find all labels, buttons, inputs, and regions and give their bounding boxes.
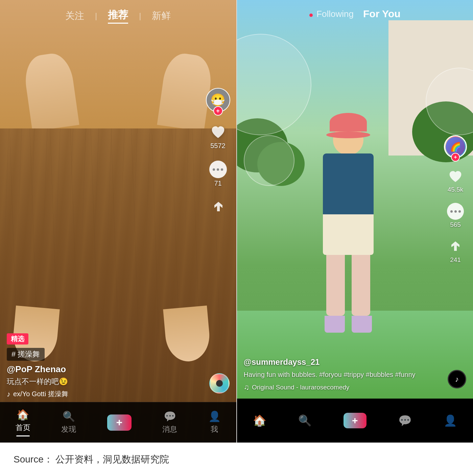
person-boot-left [325, 316, 345, 333]
description-right: Having fun with bubbles. #foryou #trippy… [244, 370, 443, 380]
dots-inner [213, 168, 223, 171]
share-icon-left [209, 198, 227, 216]
nav-divider-2: | [139, 11, 141, 21]
nav-tuijian[interactable]: 推荐 [108, 8, 128, 24]
plus-button-left[interactable]: + [107, 414, 132, 431]
tab-profile-right[interactable]: 👤 [444, 414, 457, 427]
follow-plus-badge-right[interactable]: + [451, 153, 460, 162]
tab-messages-label: 消息 [162, 424, 177, 434]
music-info-left[interactable]: ♪ ex/Yo Gotti 搓澡舞 [7, 389, 203, 399]
music-info-right[interactable]: ♫ Original Sound - laurarosecomedy [244, 383, 443, 392]
description-left: 玩点不一样的吧😉 [7, 377, 203, 387]
comment-button-left[interactable]: 71 [209, 161, 227, 187]
home-icon-left: 🏠 [17, 409, 29, 421]
music-disc-right[interactable]: ♪ [448, 370, 466, 388]
tab-home-label-left: 首页 [16, 423, 30, 433]
tab-home-left[interactable]: 🏠 首页 [16, 409, 30, 436]
person-boots [325, 316, 372, 333]
left-phone: 关注 | 推荐 | 新鲜 😷 + 557 [0, 0, 236, 443]
dot-3 [221, 168, 223, 171]
dot-1 [213, 168, 215, 171]
music-note-left: ♪ [7, 390, 10, 399]
nav-divider-1: | [95, 11, 97, 21]
share-icon-right [447, 238, 464, 255]
nav-foryou[interactable]: For You [363, 8, 401, 20]
comment-icon-left [209, 161, 227, 178]
right-phone: Following For You 🌈 + 45.5k [236, 0, 473, 443]
person-shirt [323, 153, 374, 214]
music-disc-left[interactable] [209, 373, 230, 394]
home-icon-right: 🏠 [253, 414, 266, 427]
comment-button-right[interactable]: 565 [447, 203, 464, 229]
person-leg-left [326, 255, 345, 316]
person-shorts [323, 214, 374, 255]
bubble-3 [244, 135, 294, 186]
dot-2 [217, 168, 219, 171]
creator-avatar-right[interactable]: 🌈 + [444, 135, 467, 158]
rdot-2 [454, 210, 457, 213]
heart-icon-left [209, 123, 227, 141]
hand-left [22, 51, 79, 128]
tab-discover-label: 发现 [61, 424, 76, 434]
bottom-info-right: @summerdayss_21 Having fun with bubbles.… [244, 357, 443, 392]
share-button-left[interactable] [209, 198, 227, 216]
messages-icon-left: 💬 [164, 410, 176, 422]
share-button-right[interactable]: 241 [447, 238, 464, 264]
tab-profile-label-left: 我 [211, 424, 218, 434]
person-boot-right [352, 316, 372, 333]
rdot-3 [458, 210, 461, 213]
nav-guanzhu[interactable]: 关注 [65, 9, 84, 22]
creator-avatar[interactable]: 😷 + [206, 88, 230, 112]
like-count-right: 45.5k [448, 186, 463, 193]
top-nav-left: 关注 | 推荐 | 新鲜 [0, 8, 236, 24]
person-head [333, 125, 363, 155]
comment-count-left: 71 [214, 180, 221, 187]
nav-xinxian[interactable]: 新鲜 [152, 9, 171, 22]
share-count-right: 241 [450, 256, 461, 264]
profile-icon-right: 👤 [444, 414, 457, 427]
tab-search-right[interactable]: 🔍 [298, 414, 312, 427]
like-button-right[interactable]: 45.5k [447, 168, 464, 193]
tab-messages-left[interactable]: 💬 消息 [162, 410, 177, 434]
hashtag-badge[interactable]: # 搓澡舞 [7, 348, 45, 361]
discover-icon-left: 🔍 [63, 410, 75, 422]
like-button-left[interactable]: 5572 [209, 123, 227, 150]
tab-home-right[interactable]: 🏠 [253, 414, 266, 427]
side-icons-right: 🌈 + 45.5k [444, 135, 467, 264]
bottom-info-left: 精选 # 搓澡舞 @PoP Zhenao 玩点不一样的吧😉 ♪ ex/Yo Go… [7, 333, 203, 399]
username-left[interactable]: @PoP Zhenao [7, 364, 203, 375]
rdot-1 [450, 210, 453, 213]
inbox-icon-right: 💬 [398, 414, 412, 427]
plus-button-right[interactable]: + [344, 413, 366, 428]
comment-icon-right [447, 203, 464, 220]
dots-inner-right [450, 210, 461, 213]
person-leg-right [352, 255, 370, 316]
disc-center-left [216, 380, 223, 387]
top-nav-right: Following For You [237, 8, 473, 20]
music-text-right: Original Sound - laurarosecomedy [252, 384, 349, 391]
bottom-nav-right: 🏠 🔍 + 💬 👤 [237, 399, 473, 443]
search-icon-right: 🔍 [298, 414, 312, 427]
source-bar: Source： 公开资料，洞见数据研究院 [0, 443, 473, 476]
nav-following[interactable]: Following [309, 9, 354, 19]
heart-icon-right [447, 168, 464, 185]
plus-icon-right: + [352, 415, 358, 426]
active-indicator [16, 435, 30, 436]
person-figure [314, 125, 382, 361]
featured-badge: 精选 [7, 333, 28, 344]
comment-count-right: 565 [450, 221, 461, 229]
music-note-right: ♫ [244, 383, 250, 392]
tab-inbox-right[interactable]: 💬 [398, 414, 412, 427]
follow-plus-badge[interactable]: + [213, 106, 223, 116]
tab-profile-left[interactable]: 👤 我 [208, 410, 221, 434]
tab-discover-left[interactable]: 🔍 发现 [61, 410, 76, 434]
username-right[interactable]: @summerdayss_21 [244, 357, 443, 367]
source-text: Source： 公开资料，洞见数据研究院 [14, 454, 169, 465]
profile-icon-left: 👤 [208, 410, 221, 422]
person-legs [326, 255, 370, 316]
person-hat-brim [326, 132, 370, 138]
plus-icon-left: + [116, 416, 122, 429]
tiktok-logo-mini: ♪ [455, 375, 459, 384]
side-icons-left: 😷 + 5572 [206, 88, 230, 216]
person-hat [330, 113, 367, 132]
